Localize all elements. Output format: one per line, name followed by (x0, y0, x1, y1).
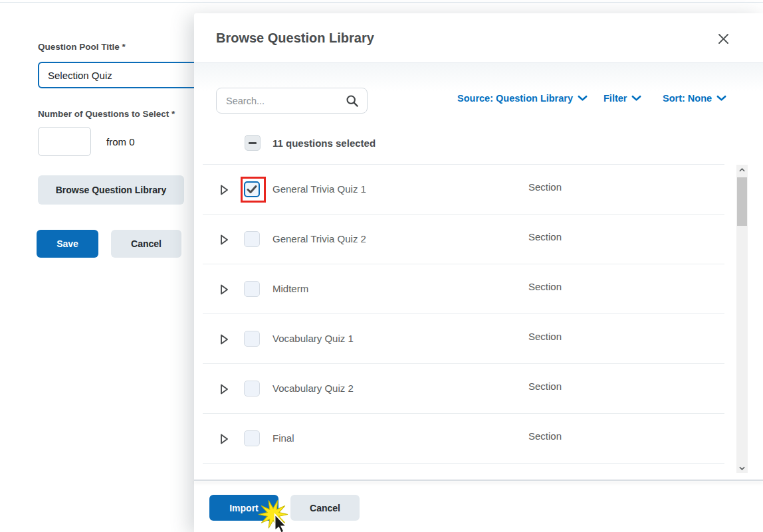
list-item[interactable]: Vocabulary Quiz 2 Section (203, 364, 724, 414)
close-button[interactable] (714, 29, 732, 48)
item-type-label: Section (528, 281, 562, 292)
row-checkbox[interactable] (244, 381, 260, 397)
source-dropdown-label: Source: Question Library (457, 93, 573, 104)
expand-arrow-icon[interactable] (220, 234, 229, 248)
select-all-checkbox[interactable] (245, 135, 261, 151)
row-checkbox[interactable] (244, 231, 260, 247)
sort-dropdown[interactable]: Sort: None (663, 93, 726, 104)
section-name: Vocabulary Quiz 2 (272, 383, 354, 394)
question-pool-title-label: Question Pool Title * (38, 42, 126, 52)
toolbar-background (194, 63, 763, 91)
row-checkbox[interactable] (244, 331, 260, 347)
chevron-down-icon (631, 95, 641, 102)
section-name: Vocabulary Quiz 1 (272, 333, 354, 344)
browse-question-library-button[interactable]: Browse Question Library (38, 175, 184, 205)
selected-count-text: 11 questions selected (272, 137, 376, 149)
scroll-down-button[interactable] (736, 463, 748, 473)
section-name: Midterm (272, 283, 308, 294)
chevron-up-icon (739, 168, 745, 172)
chevron-down-icon (716, 95, 726, 102)
dialog-cancel-button[interactable]: Cancel (290, 495, 360, 521)
expand-arrow-icon[interactable] (220, 433, 229, 448)
item-type-label: Section (528, 430, 562, 442)
list-item[interactable]: Midterm Section (203, 264, 724, 314)
import-button[interactable]: Import (209, 495, 278, 521)
number-of-questions-label: Number of Questions to Select * (38, 109, 175, 119)
browse-question-library-dialog: Browse Question Library Source: Question… (194, 13, 763, 532)
item-type-label: Section (528, 331, 562, 342)
list-item[interactable]: General Trivia Quiz 2 Section (203, 215, 724, 264)
scrollbar-thumb[interactable] (737, 177, 747, 226)
indeterminate-minus-icon (249, 142, 257, 144)
chevron-down-icon (578, 95, 588, 102)
search-box[interactable] (216, 88, 368, 114)
section-name: General Trivia Quiz 2 (272, 233, 366, 244)
search-input[interactable] (226, 96, 346, 106)
expand-arrow-icon[interactable] (220, 284, 229, 298)
row-checkbox-checked[interactable] (244, 181, 260, 197)
cancel-button[interactable]: Cancel (111, 230, 181, 258)
list-item[interactable]: General Trivia Quiz 1 Section (203, 165, 724, 215)
save-button[interactable]: Save (37, 230, 98, 258)
chevron-down-icon (739, 466, 745, 470)
filter-dropdown[interactable]: Filter (603, 93, 641, 104)
search-icon[interactable] (346, 94, 359, 108)
expand-arrow-icon[interactable] (220, 383, 229, 398)
expand-arrow-icon[interactable] (220, 333, 229, 348)
screen: Question Pool Title * Number of Question… (0, 0, 763, 532)
item-type-label: Section (528, 181, 562, 193)
expand-arrow-icon[interactable] (220, 184, 229, 199)
close-icon (718, 33, 729, 44)
item-type-label: Section (528, 381, 562, 392)
source-dropdown[interactable]: Source: Question Library (457, 93, 588, 104)
list-item[interactable]: Vocabulary Quiz 1 Section (203, 314, 724, 364)
page-top-divider (0, 2, 763, 3)
row-checkbox[interactable] (244, 430, 260, 446)
item-type-label: Section (528, 231, 562, 242)
checkmark-icon (247, 185, 257, 194)
sort-dropdown-label: Sort: None (663, 93, 712, 104)
section-name: Final (272, 432, 294, 444)
list-scrollbar[interactable] (736, 165, 748, 473)
row-checkbox[interactable] (244, 281, 260, 297)
footer-divider (194, 480, 763, 481)
dialog-title: Browse Question Library (216, 31, 374, 46)
scroll-up-button[interactable] (736, 165, 748, 175)
number-of-questions-input[interactable] (38, 127, 91, 156)
question-pool-title-input[interactable] (38, 62, 204, 88)
filter-dropdown-label: Filter (603, 93, 627, 104)
section-name: General Trivia Quiz 1 (272, 183, 366, 195)
from-total-text: from 0 (106, 136, 135, 147)
list-item[interactable]: Final Section (203, 414, 724, 464)
